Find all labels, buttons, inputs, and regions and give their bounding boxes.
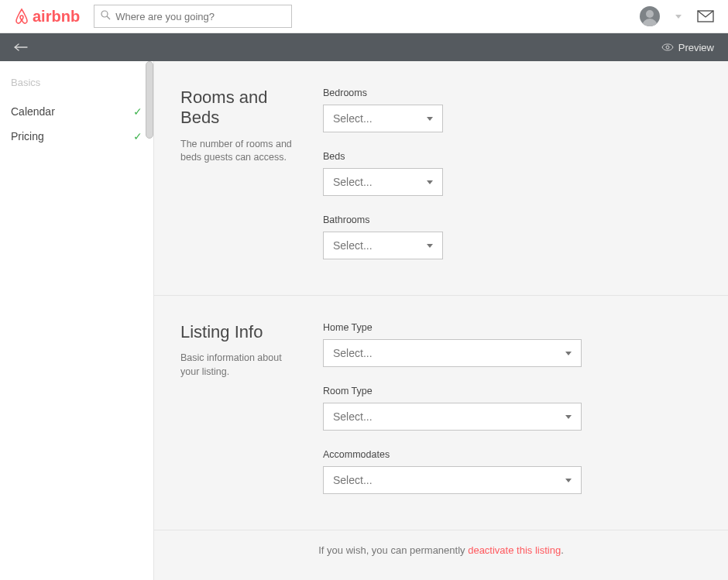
field-label-accommodates: Accommodates xyxy=(323,449,702,460)
svg-line-1 xyxy=(107,16,110,19)
avatar[interactable] xyxy=(640,6,660,26)
user-menu-chevron-icon[interactable] xyxy=(675,15,682,19)
sidebar-item-label: Calendar xyxy=(11,105,55,118)
section-desc: The number of rooms and beds guests can … xyxy=(180,138,301,165)
section-title: Listing Info xyxy=(180,322,301,342)
select-value: Select... xyxy=(333,176,373,188)
check-icon: ✓ xyxy=(133,105,143,118)
chevron-down-icon xyxy=(427,117,433,121)
eye-icon xyxy=(661,42,674,53)
header-right xyxy=(640,6,714,26)
select-room-type[interactable]: Select... xyxy=(323,403,582,431)
sidebar-item-label: Pricing xyxy=(11,130,44,142)
select-value: Select... xyxy=(333,112,373,125)
select-value: Select... xyxy=(333,239,373,252)
brand-text: airbnb xyxy=(33,8,80,26)
section-title: Rooms and Beds xyxy=(180,88,301,129)
toolbar: Preview xyxy=(0,33,728,61)
select-value: Select... xyxy=(333,347,373,359)
sidebar-item-pricing[interactable]: Pricing ✓ xyxy=(11,124,143,149)
search-icon xyxy=(101,10,111,22)
sidebar: Basics Calendar ✓ Pricing ✓ xyxy=(0,61,153,580)
field-label-home-type: Home Type xyxy=(323,322,702,333)
chevron-down-icon xyxy=(565,479,572,482)
footer-suffix: . xyxy=(561,544,564,556)
field-label-room-type: Room Type xyxy=(323,386,702,396)
select-beds[interactable]: Select... xyxy=(323,168,443,196)
select-bathrooms[interactable]: Select... xyxy=(323,232,443,259)
sidebar-scrollbar[interactable] xyxy=(146,61,153,139)
back-arrow-icon[interactable] xyxy=(14,42,28,53)
select-accommodates[interactable]: Select... xyxy=(323,466,582,494)
section-desc: Basic information about your listing. xyxy=(180,352,301,379)
airbnb-logo-icon xyxy=(14,8,29,25)
footer-prefix: If you wish, you can permanently xyxy=(318,544,468,556)
field-label-bedrooms: Bedrooms xyxy=(323,88,702,98)
select-home-type[interactable]: Select... xyxy=(323,339,582,367)
section-listing-info: Listing Info Basic information about you… xyxy=(154,296,728,530)
app-header: airbnb xyxy=(0,0,728,33)
section-rooms-beds: Rooms and Beds The number of rooms and b… xyxy=(154,61,728,296)
field-label-bathrooms: Bathrooms xyxy=(323,214,702,225)
main-content: Rooms and Beds The number of rooms and b… xyxy=(153,61,728,580)
deactivate-link[interactable]: deactivate this listing xyxy=(468,544,561,556)
sidebar-item-calendar[interactable]: Calendar ✓ xyxy=(11,99,143,124)
select-value: Select... xyxy=(333,410,373,423)
field-label-beds: Beds xyxy=(323,151,702,162)
svg-point-0 xyxy=(101,11,108,17)
sidebar-group-title: Basics xyxy=(11,77,143,88)
chevron-down-icon xyxy=(427,180,433,184)
select-value: Select... xyxy=(333,474,373,486)
deactivate-footer: If you wish, you can permanently deactiv… xyxy=(154,530,728,576)
check-icon: ✓ xyxy=(133,130,143,142)
select-bedrooms[interactable]: Select... xyxy=(323,105,443,132)
chevron-down-icon xyxy=(427,244,433,248)
svg-point-3 xyxy=(666,46,669,49)
chevron-down-icon xyxy=(565,352,572,355)
chevron-down-icon xyxy=(565,415,572,419)
brand-logo[interactable]: airbnb xyxy=(14,8,80,26)
mail-icon[interactable] xyxy=(697,10,714,22)
preview-label: Preview xyxy=(678,42,714,53)
preview-button[interactable]: Preview xyxy=(661,42,714,53)
search-input-container[interactable] xyxy=(94,5,292,28)
search-input[interactable] xyxy=(115,11,285,22)
